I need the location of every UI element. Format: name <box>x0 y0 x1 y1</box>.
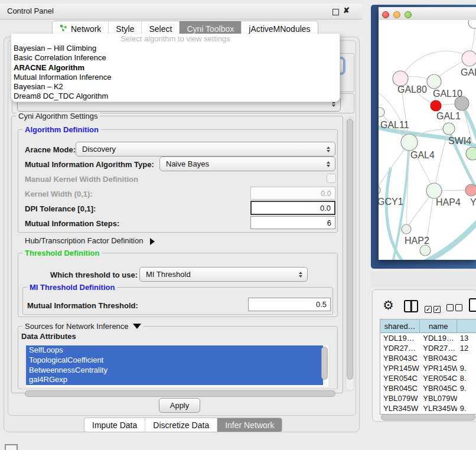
table-row[interactable]: YER054CYER054C8. <box>380 373 476 383</box>
network-node[interactable] <box>431 100 441 111</box>
horizontal-scrollbar[interactable] <box>21 389 338 397</box>
table-row[interactable]: YBR045CYBR045C9. <box>380 383 476 393</box>
columns-icon[interactable] <box>404 300 418 312</box>
close-icon[interactable]: ✘ <box>343 6 350 15</box>
table-panel-titlebar: Table Panel <box>371 272 476 288</box>
network-node-y[interactable] <box>465 184 476 196</box>
column-header-name[interactable]: name <box>420 319 457 332</box>
network-node-gcy1[interactable] <box>379 185 380 195</box>
which-threshold-label: Which threshold to use: <box>50 270 138 279</box>
apply-button[interactable]: Apply <box>159 398 200 413</box>
mi-steps-input[interactable]: 6 <box>250 216 335 229</box>
aracne-mode-label: Aracne Mode: <box>25 145 76 154</box>
popup-item-bayesian-k2[interactable]: Bayesian – K2 <box>11 82 340 92</box>
apply-button-label: Apply <box>170 401 190 410</box>
node-label-hap4: HAP4 <box>436 197 461 208</box>
table-row[interactable]: YDL19…YDL19…13 <box>380 333 476 343</box>
node-label-gal11: GAL11 <box>380 120 409 131</box>
expand-right-icon <box>150 238 155 245</box>
algorithm-dropdown-popup: Select algorithm to view settings Bayesi… <box>11 34 340 102</box>
mi-type-value: Naive Bayes <box>166 159 209 168</box>
node-label-gal4: GAL4 <box>410 150 435 161</box>
mac-zoom-icon[interactable] <box>405 11 412 18</box>
table-row[interactable]: YBL079WYBL079W <box>380 393 476 403</box>
table-row[interactable]: YLR345WYLR345W9. <box>380 403 476 413</box>
tab-select-label: Select <box>149 24 172 34</box>
network-node[interactable] <box>420 245 431 256</box>
data-attributes-label: Data Attributes <box>21 332 76 341</box>
data-attributes-list: SelfLoops TopologicalCoefficient Between… <box>26 345 328 387</box>
mi-type-label: Mutual Information Algorithm Type: <box>25 160 154 169</box>
minimized-panel-icon[interactable] <box>5 444 18 450</box>
horizontal-scrollbar-thumb[interactable] <box>25 390 335 397</box>
aracne-mode-value: Discovery <box>82 145 116 154</box>
network-node-gal1[interactable] <box>443 123 455 135</box>
mi-threshold-input[interactable]: 0.5 <box>248 298 331 311</box>
new-table-icon[interactable] <box>469 298 476 312</box>
select-all-checkboxes-icon[interactable]: ✓✓ <box>425 303 441 314</box>
control-panel-titlebar: Control Panel ✘ <box>0 4 362 19</box>
list-item-topologicalcoefficient[interactable]: TopologicalCoefficient <box>26 356 323 366</box>
node-label-gal: GAL <box>461 67 476 78</box>
table-horizontal-scrollbar-thumb[interactable] <box>381 414 475 420</box>
network-node-gal11[interactable] <box>379 107 384 117</box>
network-node-gal4[interactable] <box>401 134 418 151</box>
table-row[interactable]: YPR145WYPR145W9. <box>380 363 476 373</box>
mi-type-combobox[interactable]: Naive Bayes <box>159 156 335 171</box>
network-node-gal[interactable] <box>462 51 476 66</box>
tab-infer-network-label: Infer Network <box>225 420 274 430</box>
popup-item-dream8[interactable]: Dream8 DC_TDC Algorithm <box>11 92 340 101</box>
column-header-shared[interactable]: shared… <box>380 319 420 332</box>
tab-network-label: Network <box>71 24 101 34</box>
mac-close-icon[interactable] <box>382 11 389 18</box>
mi-steps-value: 6 <box>327 219 331 227</box>
attribute-list-scrollbar-thumb[interactable] <box>321 347 328 380</box>
tab-discretize-data-label: Discretize Data <box>153 420 209 430</box>
column-header-clipped[interactable] <box>457 319 476 332</box>
which-threshold-combobox[interactable]: MI Threshold <box>139 267 308 282</box>
popup-item-aracne[interactable]: ARACNE Algorithm <box>11 63 340 73</box>
kernel-width-input[interactable]: 0.0 <box>250 187 335 200</box>
sources-legend: Sources for Network Inference <box>22 322 144 331</box>
table-horizontal-scrollbar[interactable] <box>380 413 476 420</box>
gear-icon[interactable]: ⚙ <box>383 298 394 312</box>
network-node[interactable] <box>468 20 476 28</box>
tab-jactivemnodules-label: jActiveMNodules <box>249 24 310 34</box>
combo-arrows-icon <box>327 146 330 152</box>
network-window-titlebar[interactable] <box>379 7 476 21</box>
network-icon <box>60 24 67 34</box>
network-canvas[interactable]: GALGAL80GAL10GAL11GAL1SWI4GAL4GCY1HAP4YH… <box>379 20 476 260</box>
deselect-all-checkboxes-icon[interactable] <box>446 303 462 314</box>
settings-scrollbar[interactable] <box>345 117 354 391</box>
list-item-gal4rgexp[interactable]: gal4RGexp <box>26 375 323 385</box>
aracne-mode-combobox[interactable]: Discovery <box>76 142 335 156</box>
collapse-down-icon[interactable] <box>133 324 141 329</box>
tab-discretize-data[interactable]: Discretize Data <box>145 418 217 432</box>
dpi-tolerance-input[interactable]: 0.0 <box>250 201 335 215</box>
popup-item-mutual-information[interactable]: Mutual Information Inference <box>11 73 340 82</box>
table-row[interactable]: YBR043CYBR043C <box>380 353 476 363</box>
hub-definition-label: Hub/Transcription Factor Definition <box>25 236 143 245</box>
manual-kernel-checkbox[interactable] <box>327 174 336 183</box>
hub-definition-expander[interactable]: Hub/Transcription Factor Definition <box>25 236 155 245</box>
table-row[interactable]: YDR27…YDR27…12 <box>380 343 476 353</box>
popup-item-bayesian-hill-climbing[interactable]: Bayesian – Hill Climbing <box>11 44 340 53</box>
screen: Control Panel ✘ Network Style Select Cyn… <box>0 0 476 450</box>
list-item-selfloops[interactable]: SelfLoops <box>26 345 323 356</box>
popup-item-basic-correlation[interactable]: Basic Correlation Inference <box>11 53 340 63</box>
network-node-swi4[interactable] <box>466 147 476 160</box>
tab-impute-data[interactable]: Impute Data <box>84 418 145 432</box>
float-window-icon[interactable] <box>332 9 339 15</box>
network-node-hap2[interactable] <box>402 224 411 234</box>
node-label-gcy1: GCY1 <box>379 197 403 207</box>
list-item-betweennesscentrality[interactable]: BetweennessCentrality <box>26 366 323 376</box>
control-panel-title: Control Panel <box>7 6 54 15</box>
node-attribute-table: shared… name YDL19…YDL19…13 YDR27…YDR27…… <box>380 319 476 415</box>
kernel-width-label: Kernel Width (0,1): <box>25 190 93 198</box>
network-node-gal10[interactable] <box>427 74 441 89</box>
tab-style-label: Style <box>116 24 134 34</box>
settings-scrollbar-thumb[interactable] <box>347 119 353 380</box>
tab-infer-network[interactable]: Infer Network <box>217 418 282 432</box>
mac-minimize-icon[interactable] <box>393 11 400 18</box>
network-node-hap4[interactable] <box>426 183 442 198</box>
